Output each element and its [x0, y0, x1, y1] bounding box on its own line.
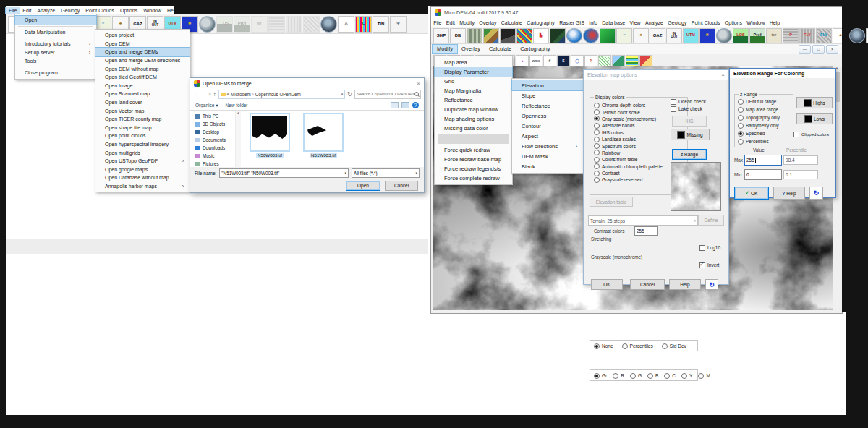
grayscale-channel-radio[interactable]: C	[664, 372, 676, 379]
missing-color-button[interactable]: Missing	[671, 129, 710, 140]
highs-color-button[interactable]: Highs	[796, 97, 833, 108]
grayscale-channel-radio[interactable]: M	[698, 372, 710, 379]
grayscale-channel-radio[interactable]: Gr	[594, 372, 607, 379]
menu-item[interactable]: Introductory tutorials ›	[15, 40, 96, 48]
menu-item[interactable]: Force redraw base map	[435, 155, 512, 164]
child-menu-calculate[interactable]: Calculate	[485, 45, 516, 53]
filename-combo[interactable]: ▾	[219, 168, 349, 178]
cancel-button[interactable]: Cancel	[630, 279, 665, 290]
menu-options[interactable]: Options	[117, 7, 140, 14]
max-value-field[interactable]: 255	[744, 155, 782, 166]
menu-item[interactable]: Force quick redraw	[435, 145, 512, 155]
file-item-n51w003[interactable]: N51W003.tif	[303, 113, 344, 158]
ok-button[interactable]: ✓ OK	[734, 187, 769, 200]
z-range-radio[interactable]: Specified	[738, 129, 793, 137]
ocean-check-checkbox[interactable]: Ocean check	[671, 98, 706, 105]
search-input[interactable]	[357, 92, 414, 96]
stretching-radio[interactable]: None	[594, 343, 613, 349]
menu-item[interactable]: Openness	[512, 111, 583, 121]
chevron-down-icon[interactable]: ▾	[415, 171, 417, 175]
close-icon[interactable]: ×	[417, 80, 420, 87]
menu-item[interactable]: Tools	[15, 56, 96, 65]
dark-map-icon[interactable]	[500, 28, 516, 43]
menu-item[interactable]	[18, 38, 93, 38]
texture-p-button[interactable]: P	[783, 28, 799, 43]
world-icon[interactable]	[716, 28, 732, 43]
stretching-radio[interactable]: Percentiles	[622, 343, 653, 349]
maximize-button[interactable]: □	[812, 45, 825, 54]
menubar-item[interactable]: Data base	[600, 20, 627, 26]
cube-icon[interactable]	[600, 28, 616, 43]
menubar-item[interactable]: Raster GIS	[557, 20, 587, 26]
flag-icon[interactable]: ▙	[533, 28, 549, 43]
sidebar-item-documents[interactable]: Documents	[190, 136, 235, 144]
menubar-item[interactable]: View	[627, 20, 642, 26]
menu-item[interactable]: Open and merge DEM directories	[95, 56, 190, 65]
file-menu-open[interactable]: Open	[15, 16, 96, 25]
open-button[interactable]: Open	[346, 181, 380, 191]
menu-item[interactable]: Blank	[512, 161, 583, 171]
menu-item[interactable]: Open shape file map	[95, 124, 190, 132]
menu-item[interactable]: Open USTopo GeoPDF ›	[95, 157, 190, 166]
menubar-item[interactable]: Cartography	[524, 20, 557, 26]
breadcrumb-chevrons[interactable]: «	[227, 92, 230, 97]
menu-item[interactable]	[18, 26, 93, 27]
tin-button[interactable]: TIN	[373, 16, 389, 33]
world-icon[interactable]	[199, 16, 216, 33]
z-range-radio[interactable]: Percentiles	[738, 137, 793, 145]
menubar-item[interactable]: File	[431, 20, 444, 26]
globe-mesh-icon[interactable]	[849, 28, 865, 43]
lows-color-button[interactable]: Lows	[796, 113, 833, 124]
z-range-radio[interactable]: Map area range	[738, 106, 793, 114]
define-button[interactable]: Define	[698, 215, 724, 226]
menu-item[interactable]: Reflectance	[512, 100, 583, 111]
menubar-item[interactable]: Window	[744, 20, 767, 26]
menu-item[interactable]: DEM Mask	[512, 151, 583, 161]
profile-button[interactable]: Prof	[234, 16, 250, 33]
menu-item[interactable]: Flow directions ›	[512, 141, 583, 151]
menu-item[interactable]: Map Marginalia	[435, 86, 512, 95]
menubar-item[interactable]: Info	[587, 20, 600, 26]
texture-button-1[interactable]	[268, 16, 285, 33]
striped-map-icon[interactable]	[516, 28, 532, 43]
menu-item[interactable]: Data Manipulation	[15, 28, 96, 37]
invert-checkbox[interactable]: Invert	[699, 262, 719, 268]
sun-icon[interactable]: ☀	[699, 28, 715, 43]
shp-button[interactable]: SHP	[433, 28, 449, 43]
refresh-icon[interactable]: ↻	[347, 91, 352, 98]
satellite-map-icon[interactable]	[550, 28, 566, 43]
lake-check-checkbox[interactable]: Lake check	[671, 106, 702, 112]
fly-button-2[interactable]: FLY	[816, 28, 832, 43]
menu-item[interactable]	[438, 134, 509, 144]
menubar-item[interactable]: Analyze	[643, 20, 665, 26]
sidebar-item-downloads[interactable]: Downloads	[190, 144, 235, 152]
utm-button[interactable]: UTM	[683, 28, 699, 43]
cancel-button[interactable]: Cancel	[385, 181, 418, 191]
search-box[interactable]	[354, 90, 421, 99]
menu-window[interactable]: Window	[140, 7, 164, 14]
minimize-button[interactable]: —	[799, 45, 811, 54]
db-button[interactable]: DB	[450, 28, 466, 43]
grayscale-channel-radio[interactable]: B	[647, 372, 658, 379]
menu-item[interactable]: Grid	[435, 77, 512, 86]
terrain-categories-button[interactable]: ter	[766, 28, 782, 43]
menubar-item[interactable]: Help	[767, 20, 782, 26]
redraw-button[interactable]: ↻	[809, 187, 823, 200]
redraw-button[interactable]: ↻	[705, 279, 718, 290]
menu-item[interactable]: Open hyperspectral imagery	[95, 140, 190, 149]
menu-file[interactable]: File	[6, 7, 20, 14]
menu-item[interactable]: Force redraw legends/s	[435, 164, 512, 174]
child-menu-overlay[interactable]: Overlay	[457, 45, 485, 53]
menu-item[interactable]: Open point clouds	[95, 132, 190, 140]
grayscale-map-icon[interactable]	[467, 28, 482, 43]
menu-item[interactable]: Open land cover	[95, 98, 190, 107]
menu-point-clouds[interactable]: Point Clouds	[82, 7, 117, 14]
close-icon[interactable]: ×	[721, 72, 725, 78]
menubar-item[interactable]: Edit	[444, 20, 457, 26]
tern-icon[interactable]: △	[338, 16, 354, 33]
globe-mesh-icon[interactable]	[320, 16, 337, 33]
menubar-item[interactable]: Calculate	[499, 20, 525, 26]
min-percentile-field[interactable]: 0.1	[783, 170, 818, 179]
sketch-map-icon[interactable]: ≈	[616, 28, 632, 43]
child-menu-cartography[interactable]: Cartography	[516, 45, 554, 53]
